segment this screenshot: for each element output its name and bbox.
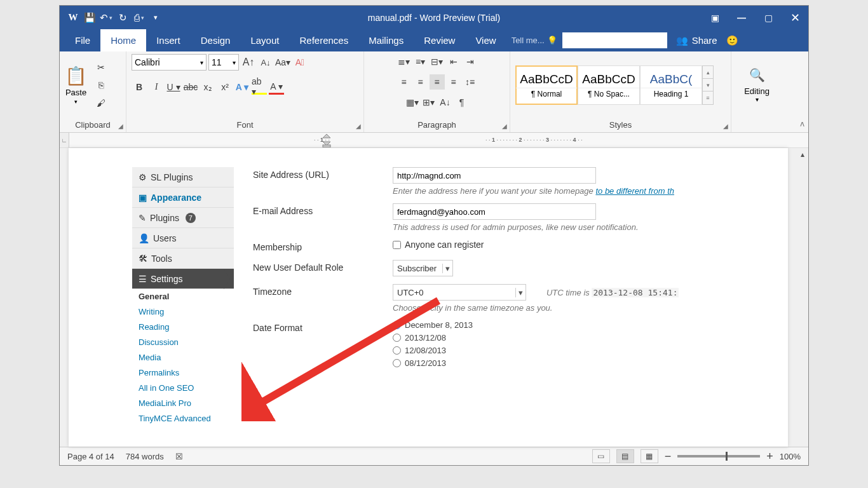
editing-dropdown-icon[interactable]: ▾ [756,96,759,103]
underline-button[interactable]: U ▾ [166,79,181,95]
email-help: This address is used for admin purposes,… [393,222,763,232]
tab-review[interactable]: Review [414,29,465,51]
align-center-icon[interactable]: ≡ [413,74,428,90]
line-spacing-icon[interactable]: ↕≡ [463,74,478,90]
maximize-icon[interactable]: ▢ [755,6,782,29]
cut-icon[interactable]: ✂ [93,60,109,75]
align-right-icon[interactable]: ≡ [446,74,461,90]
find-icon[interactable]: 🔍 [749,67,765,83]
ruler-indent-marker[interactable] [321,133,332,148]
multilevel-icon[interactable]: ⊟▾ [430,54,445,69]
close-icon[interactable]: ✕ [782,6,808,29]
document-page[interactable]: ⚙SL Plugins ▣Appearance ✎Plugins7 👤Users… [69,148,788,447]
editing-button[interactable]: Editing [744,86,770,96]
numbering-icon[interactable]: ≡▾ [413,54,428,69]
save-icon[interactable]: 💾 [83,11,97,25]
tab-mailings[interactable]: Mailings [358,29,414,51]
highlight-icon[interactable]: ab ▾ [252,79,267,95]
share-people-icon[interactable]: 👥 [676,35,688,46]
zoom-in-button[interactable]: + [766,450,773,463]
grow-font-icon[interactable]: A↑ [241,55,256,70]
collapse-ribbon-icon[interactable]: ʌ [800,119,804,128]
vertical-scrollbar[interactable]: ▴ [797,148,808,447]
zoom-slider[interactable] [677,455,760,458]
label-timezone: Timezone [253,284,393,297]
style-no-spacing[interactable]: AaBbCcD ¶ No Spac... [578,65,640,105]
align-justify-icon[interactable]: ≡ [430,74,445,90]
text-effects-icon[interactable]: A ▾ [234,79,250,95]
gallery-down-icon[interactable]: ▾ [703,79,713,92]
sort-icon[interactable]: A↓ [438,95,453,110]
font-color-icon[interactable]: A ▾ [269,79,284,95]
shrink-font-icon[interactable]: A↓ [258,55,273,70]
tab-view[interactable]: View [465,29,506,51]
italic-button[interactable]: I [149,79,164,95]
undo-icon[interactable]: ↶ [99,11,113,25]
tell-me-input[interactable] [562,32,667,48]
tab-references[interactable]: References [289,29,358,51]
minimize-icon[interactable]: — [728,6,755,29]
tab-file[interactable]: File [65,29,100,51]
paste-dropdown-icon[interactable]: ▾ [74,98,78,105]
redo-icon[interactable]: ↻ [116,11,130,25]
paste-button[interactable]: Paste [65,88,86,97]
document-area: ⚙SL Plugins ▣Appearance ✎Plugins7 👤Users… [60,148,808,447]
sub-tinymce: TinyMCE Advanced [132,411,234,426]
tab-design[interactable]: Design [191,29,241,51]
tab-insert[interactable]: Insert [146,29,191,51]
increase-indent-icon[interactable]: ⇥ [463,54,478,69]
tab-layout[interactable]: Layout [240,29,289,51]
show-marks-icon[interactable]: ¶ [454,95,470,110]
touch-mode-icon[interactable]: ⎙ [132,11,146,25]
copy-icon[interactable]: ⎘ [93,78,109,93]
paste-icon[interactable]: 📋 [65,65,87,86]
view-web-icon[interactable]: ▦ [641,449,658,463]
smiley-icon[interactable]: 🙂 [726,35,738,46]
ribbon-body: 📋 Paste ▾ ✂ ⎘ 🖌 Clipboard ◢ Calibri▾ 11▾… [60,51,808,133]
tab-home[interactable]: Home [100,29,146,51]
decrease-indent-icon[interactable]: ⇤ [446,54,461,69]
label-site-url: Site Address (URL) [253,167,393,180]
dialog-launcher-font[interactable]: ◢ [356,123,361,130]
page-indicator[interactable]: Page 4 of 14 [67,452,114,461]
gallery-up-icon[interactable]: ▴ [703,66,713,79]
view-print-icon[interactable]: ▤ [616,449,634,463]
font-size-combo[interactable]: 11▾ [208,54,239,71]
dialog-launcher-paragraph[interactable]: ◢ [502,123,507,130]
format-painter-icon[interactable]: 🖌 [93,95,109,111]
style-normal[interactable]: AaBbCcD ¶ Normal [515,65,578,105]
shading-icon[interactable]: ▦▾ [405,95,420,110]
ribbon-display-icon[interactable]: ▣ [702,6,728,29]
scroll-up-icon[interactable]: ▴ [801,148,804,161]
word-count[interactable]: 784 words [126,452,164,461]
borders-icon[interactable]: ⊞▾ [421,95,437,110]
gallery-expand-icon[interactable]: ≡ [703,92,713,104]
sub-discussion: Discussion [132,335,234,350]
styles-more[interactable]: ▴ ▾ ≡ [702,65,714,105]
view-read-icon[interactable]: ▭ [592,449,610,463]
clear-formatting-icon[interactable]: A⃠ [292,55,308,70]
share-label[interactable]: Share [692,35,717,46]
tab-selector[interactable]: ∟ [60,133,69,148]
bullets-icon[interactable]: ≣▾ [397,54,412,69]
change-case-icon[interactable]: Aa▾ [275,55,290,70]
dialog-launcher-clipboard[interactable]: ◢ [118,123,123,130]
gear-icon: ⚙ [139,172,147,182]
tell-me-label: Tell me... [512,36,545,45]
tell-me[interactable]: Tell me... 💡 [506,29,672,51]
horizontal-ruler[interactable]: ∟ · · 1 · · · · 1 · · · · · · · 2 · · · … [60,133,808,148]
font-name-combo[interactable]: Calibri▾ [132,54,207,71]
style-heading1[interactable]: AaBbC( Heading 1 [640,65,702,105]
site-url-help-link: to be different from th [595,186,674,196]
zoom-out-button[interactable]: − [665,450,672,463]
strikethrough-button[interactable]: abc [183,79,198,95]
dialog-launcher-styles[interactable]: ◢ [723,123,728,130]
align-left-icon[interactable]: ≡ [397,74,412,90]
qa-more-icon[interactable]: ▾ [149,11,163,25]
subscript-button[interactable]: x₂ [200,79,215,95]
bold-button[interactable]: B [132,79,147,95]
zoom-value[interactable]: 100% [780,452,801,461]
superscript-button[interactable]: x² [217,79,233,95]
proofing-icon[interactable]: ☒ [175,452,183,461]
plugins-count-badge: 7 [186,213,196,223]
